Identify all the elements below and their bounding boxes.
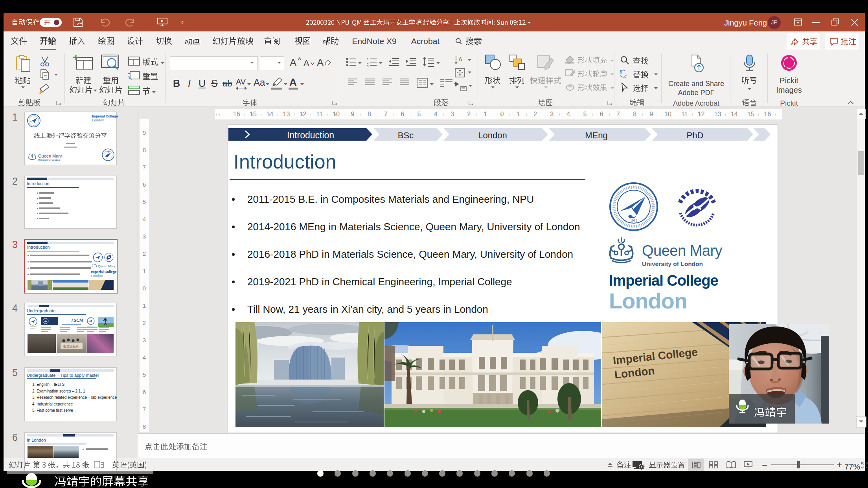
- svg-text:敬高温结构: 敬高温结构: [63, 345, 79, 349]
- svg-text:Queen Mary: Queen Mary: [38, 154, 62, 158]
- svg-text:A: A: [458, 56, 462, 62]
- svg-text:1938: 1938: [630, 218, 638, 222]
- svg-text:2: 2: [367, 61, 369, 64]
- svg-text:3: 3: [367, 64, 369, 67]
- svg-text:1: 1: [367, 57, 369, 61]
- svg-text:Queen Mary: Queen Mary: [98, 264, 115, 268]
- svg-text:University of London: University of London: [38, 159, 60, 161]
- svg-text:c: c: [624, 73, 627, 79]
